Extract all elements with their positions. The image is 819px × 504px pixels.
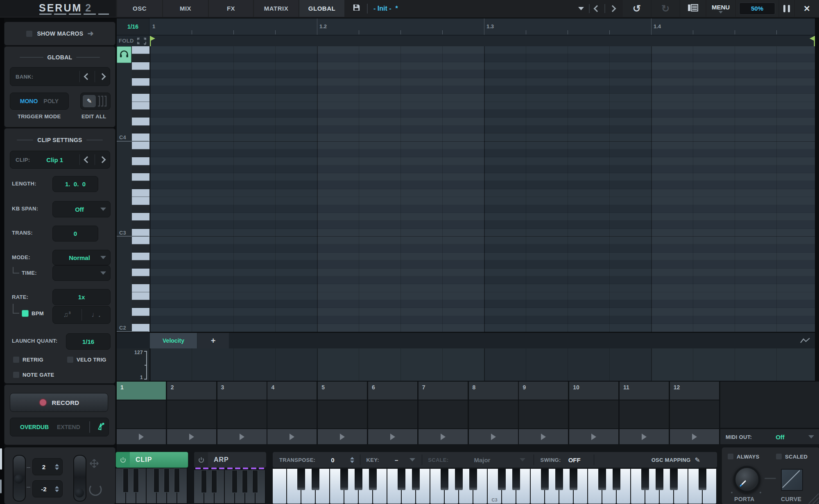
show-macros-panel[interactable]: SHOW MACROS ➜: [4, 22, 115, 45]
mini-key-black[interactable]: [232, 470, 238, 493]
redo-button[interactable]: ↻: [652, 0, 679, 17]
clip-slot-body[interactable]: [519, 400, 568, 428]
undo-button[interactable]: ↺: [623, 0, 651, 17]
clip-prev-icon[interactable]: [80, 151, 95, 168]
clip-slot-play-button[interactable]: [469, 429, 518, 444]
mod-wheel[interactable]: [73, 455, 86, 502]
midi-out-control[interactable]: MIDI OUT: Off: [720, 429, 819, 445]
piano-key-white[interactable]: [132, 142, 149, 149]
swing-value[interactable]: OFF: [568, 457, 581, 463]
keyboard-black-key[interactable]: [297, 469, 305, 490]
arp-enable-button[interactable]: ARP: [194, 452, 267, 468]
show-macros-checkbox[interactable]: [26, 30, 33, 37]
keyboard-black-key[interactable]: [512, 469, 520, 490]
keyboard-black-key[interactable]: [656, 469, 663, 490]
clip-slot-play-button[interactable]: [217, 429, 267, 444]
clip-slot-header[interactable]: 8: [469, 382, 518, 400]
kb-span-dropdown[interactable]: Off: [52, 201, 111, 217]
zoom-control[interactable]: 50%: [736, 0, 778, 17]
clip-slot-play-button[interactable]: [318, 429, 367, 444]
extend-option[interactable]: EXTEND: [57, 424, 80, 430]
poly-option[interactable]: POLY: [43, 98, 59, 104]
clip-slot-header[interactable]: 5: [318, 382, 367, 400]
clip-slot-body[interactable]: [670, 400, 719, 428]
mini-key-black[interactable]: [164, 468, 170, 493]
overdub-option[interactable]: OVERDUB: [20, 424, 49, 430]
piano-key-white[interactable]: [132, 284, 149, 292]
piano-key-white[interactable]: [132, 213, 149, 221]
piano-key-black[interactable]: [132, 205, 149, 213]
piano-key-black[interactable]: [132, 110, 149, 118]
mini-key-black[interactable]: [211, 470, 217, 493]
mini-key-black[interactable]: [154, 468, 159, 493]
length-field[interactable]: 1. 0. 0: [52, 176, 98, 192]
clip-slot-body[interactable]: [167, 400, 216, 428]
clip-slot-play-button[interactable]: [167, 429, 216, 444]
metronome-icon[interactable]: [96, 422, 105, 432]
marker-lane[interactable]: FOLD: [117, 36, 815, 47]
launch-quant-field[interactable]: 1/16: [66, 333, 111, 350]
bank-selector[interactable]: BANK:: [10, 67, 110, 86]
key-dropdown-icon[interactable]: [410, 458, 415, 461]
mini-key-black[interactable]: [242, 470, 248, 493]
clip-slot-body[interactable]: [419, 400, 468, 428]
key-value[interactable]: –: [395, 457, 398, 463]
trans-field[interactable]: 0: [52, 226, 98, 242]
keyboard-black-key[interactable]: [355, 469, 362, 490]
clip-slot-body[interactable]: [620, 400, 669, 428]
keyboard-black-key[interactable]: [613, 469, 620, 490]
bank-next-icon[interactable]: [95, 68, 110, 86]
preset-prev-icon[interactable]: [594, 5, 601, 12]
piano-key-white[interactable]: [132, 237, 149, 244]
edit-all-button[interactable]: ✎: [80, 93, 111, 110]
tab-matrix[interactable]: MATRIX: [254, 0, 299, 17]
mono-option[interactable]: MONO: [20, 98, 38, 104]
clip-slot-header[interactable]: 2: [167, 382, 216, 400]
arp-power-icon[interactable]: [194, 452, 208, 468]
lane-curve-icon[interactable]: [800, 337, 810, 346]
bpm-checkbox[interactable]: [22, 310, 29, 317]
mini-key-black[interactable]: [201, 470, 207, 493]
keyboard-black-key[interactable]: [555, 469, 563, 490]
piano-key-black[interactable]: [132, 244, 149, 252]
tab-mix[interactable]: MIX: [163, 0, 208, 17]
clip-enable-button[interactable]: CLIP: [115, 452, 188, 468]
piano-key-black[interactable]: [132, 149, 149, 157]
mini-key-black[interactable]: [133, 468, 139, 493]
piano-key-black[interactable]: [132, 181, 149, 189]
rate-field[interactable]: 1x: [52, 289, 111, 305]
bend-down-stepper[interactable]: [55, 486, 59, 492]
keyboard-black-key[interactable]: [641, 469, 649, 490]
clip-slot-header[interactable]: 4: [267, 382, 317, 400]
mini-key-black[interactable]: [123, 468, 129, 493]
piano-key-white[interactable]: [132, 78, 149, 86]
keyboard-black-key[interactable]: [570, 469, 577, 490]
keyboard-black-key[interactable]: [455, 469, 463, 490]
velocity-tab[interactable]: Velocity: [150, 333, 197, 348]
grid-snap-box[interactable]: 1/16: [117, 18, 149, 35]
clip-slot-body[interactable]: [267, 400, 317, 428]
scaled-checkbox[interactable]: [776, 453, 782, 460]
piano-key-black[interactable]: [132, 86, 149, 94]
piano-key-white[interactable]: [132, 308, 149, 316]
keyboard-black-key[interactable]: [498, 469, 506, 490]
bend-up-field[interactable]: 2: [32, 458, 63, 475]
always-checkbox[interactable]: [727, 453, 734, 460]
piano-key-white[interactable]: [132, 197, 149, 205]
piano-key-white[interactable]: [132, 46, 149, 54]
keyboard-black-key[interactable]: [598, 469, 606, 490]
piano-key-white[interactable]: [132, 189, 149, 197]
save-icon[interactable]: [353, 4, 360, 13]
keyboard-black-key[interactable]: [441, 469, 448, 490]
tab-fx[interactable]: FX: [209, 0, 253, 17]
piano-key-white[interactable]: [132, 173, 149, 181]
osc-mapping-pencil-icon[interactable]: ✎: [695, 456, 700, 464]
clip-slot-header[interactable]: 3: [217, 382, 267, 400]
close-button[interactable]: ✕: [795, 0, 819, 17]
keyboard-black-key[interactable]: [369, 469, 377, 490]
note-gate-checkbox[interactable]: [13, 371, 20, 378]
clip-slot-header[interactable]: 12: [670, 382, 719, 400]
preset-dropdown-icon[interactable]: [578, 7, 584, 10]
bank-prev-icon[interactable]: [80, 68, 95, 86]
keyboard-black-key[interactable]: [340, 469, 348, 490]
